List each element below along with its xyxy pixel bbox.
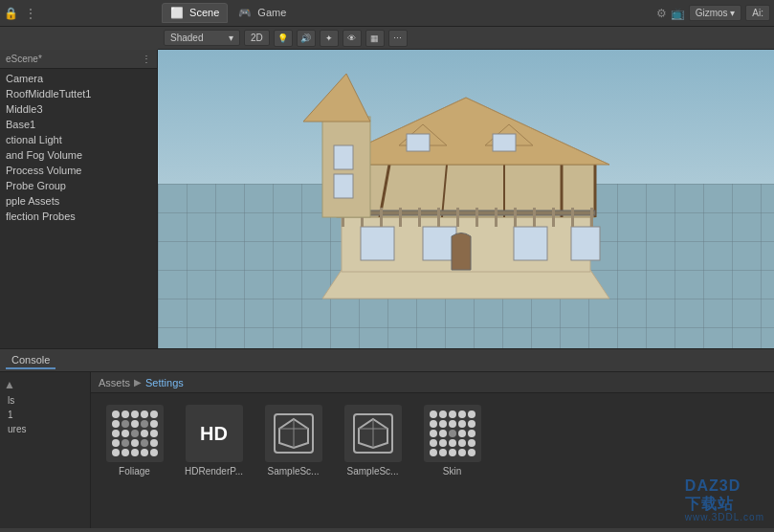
hierarchy-item-probe-group[interactable]: Probe Group bbox=[0, 178, 157, 193]
svg-rect-6 bbox=[337, 165, 595, 217]
svg-rect-32 bbox=[407, 134, 430, 151]
lock-icon[interactable]: 🔒 bbox=[4, 7, 18, 20]
sidebar-item-ls[interactable]: ls bbox=[0, 393, 90, 408]
svg-rect-16 bbox=[380, 208, 383, 227]
svg-rect-25 bbox=[552, 208, 555, 227]
hierarchy-more-icon[interactable]: ⋮ bbox=[142, 54, 151, 64]
3d-building bbox=[284, 69, 648, 348]
svg-rect-13 bbox=[337, 211, 595, 215]
asset-item-skin[interactable]: Skin bbox=[416, 401, 488, 481]
ai-button[interactable]: Ai: bbox=[745, 5, 770, 21]
sidebar-item-ures[interactable]: ures bbox=[0, 422, 90, 436]
svg-rect-23 bbox=[514, 208, 517, 227]
svg-rect-17 bbox=[399, 208, 402, 227]
settings-icon[interactable]: ⚙ bbox=[656, 7, 667, 20]
scene-tab[interactable]: ⬜ Scene bbox=[162, 3, 228, 23]
assets-sidebar: ▲ ls 1 ures bbox=[0, 372, 91, 528]
up-arrow-icon[interactable]: ▲ bbox=[4, 378, 15, 391]
game-tab[interactable]: 🎮 Game bbox=[230, 3, 295, 23]
assets-grid: Foliage HD HDRenderP... bbox=[91, 393, 774, 528]
svg-rect-19 bbox=[437, 208, 440, 227]
assets-breadcrumb: Assets ▶ Settings bbox=[91, 372, 774, 393]
hdrender-label: HDRenderP... bbox=[185, 466, 243, 477]
scene-tab-icon: ⬜ bbox=[170, 7, 184, 18]
sample2-icon bbox=[344, 405, 402, 462]
shaded-chevron-icon: ▾ bbox=[229, 33, 233, 43]
hd-icon: HD bbox=[186, 405, 243, 462]
svg-rect-27 bbox=[590, 208, 593, 227]
asset-item-sample2[interactable]: SampleSc... bbox=[337, 401, 409, 481]
breadcrumb-root[interactable]: Assets bbox=[99, 377, 130, 388]
svg-marker-0 bbox=[322, 270, 609, 299]
asset-item-sample1[interactable]: SampleSc... bbox=[257, 401, 329, 481]
shaded-dropdown[interactable]: Shaded ▾ bbox=[164, 30, 240, 46]
sidebar-item-1[interactable]: 1 bbox=[0, 408, 90, 422]
hierarchy-title: eScene* bbox=[6, 54, 42, 64]
foliage-label: Foliage bbox=[119, 466, 150, 477]
svg-rect-21 bbox=[475, 208, 478, 227]
svg-rect-26 bbox=[571, 208, 574, 227]
hierarchy-item-middle3[interactable]: Middle3 bbox=[0, 101, 157, 117]
lighting-icon-btn[interactable]: 💡 bbox=[274, 30, 293, 47]
console-toolbar: Console bbox=[0, 349, 774, 372]
effects-icon-btn[interactable]: ✦ bbox=[320, 30, 339, 47]
svg-rect-2 bbox=[361, 227, 394, 260]
hierarchy-item-camera[interactable]: Camera bbox=[0, 71, 157, 86]
scene-viewport[interactable] bbox=[158, 50, 774, 348]
sample1-icon bbox=[265, 405, 322, 462]
hierarchy-item-apple-assets[interactable]: pple Assets bbox=[0, 193, 157, 209]
hierarchy-list: Camera RoofMiddleTuttet1 Middle3 Base1 c… bbox=[0, 69, 157, 348]
chevron-down-icon: ▾ bbox=[730, 8, 735, 18]
svg-rect-4 bbox=[514, 227, 547, 260]
hierarchy-item-reflection-probes[interactable]: flection Probes bbox=[0, 209, 157, 224]
extra-icon-btn[interactable]: ⋯ bbox=[388, 30, 408, 47]
watermark-line1: DAZ3D下载站 bbox=[685, 477, 757, 515]
svg-rect-22 bbox=[495, 208, 498, 227]
svg-rect-38 bbox=[334, 174, 353, 198]
hierarchy-item-fog-volume[interactable]: and Fog Volume bbox=[0, 147, 157, 163]
svg-rect-37 bbox=[334, 145, 353, 169]
display-icon[interactable]: 📺 bbox=[671, 7, 685, 20]
hierarchy-item-process-volume[interactable]: Process Volume bbox=[0, 163, 157, 178]
2d-button[interactable]: 2D bbox=[244, 30, 270, 46]
hierarchy-panel: eScene* ⋮ Camera RoofMiddleTuttet1 Middl… bbox=[0, 50, 158, 348]
svg-rect-5 bbox=[571, 227, 600, 260]
asset-item-hdrender[interactable]: HD HDRenderP... bbox=[178, 401, 250, 481]
hierarchy-item-directional-light[interactable]: ctional Light bbox=[0, 132, 157, 147]
asset-item-foliage[interactable]: Foliage bbox=[99, 401, 170, 481]
more-options-icon[interactable]: ⋮ bbox=[24, 6, 37, 21]
game-tab-icon: 🎮 bbox=[238, 7, 252, 18]
hidden-icon-btn[interactable]: 👁 bbox=[343, 30, 362, 47]
sample1-label: SampleSc... bbox=[268, 466, 320, 477]
hierarchy-item-base1[interactable]: Base1 bbox=[0, 117, 157, 132]
gizmos-button[interactable]: Gizmos ▾ bbox=[689, 5, 742, 21]
svg-rect-34 bbox=[493, 134, 516, 151]
assets-area: ▲ ls 1 ures Assets ▶ Settings bbox=[0, 372, 774, 528]
console-tab[interactable]: Console bbox=[6, 352, 55, 369]
skin-label: Skin bbox=[443, 466, 461, 477]
hierarchy-item-roofmiddle[interactable]: RoofMiddleTuttet1 bbox=[0, 86, 157, 101]
svg-rect-24 bbox=[533, 208, 536, 227]
audio-icon-btn[interactable]: 🔊 bbox=[297, 30, 316, 47]
assets-main: Assets ▶ Settings bbox=[91, 372, 774, 528]
grid-icon-btn[interactable]: ▦ bbox=[365, 30, 385, 47]
svg-rect-20 bbox=[456, 208, 459, 227]
svg-marker-36 bbox=[303, 74, 370, 122]
svg-rect-18 bbox=[418, 208, 421, 227]
breadcrumb-separator-icon: ▶ bbox=[134, 377, 142, 388]
foliage-icon bbox=[106, 405, 164, 462]
skin-icon bbox=[424, 405, 481, 462]
sample2-label: SampleSc... bbox=[347, 466, 399, 477]
breadcrumb-current[interactable]: Settings bbox=[145, 377, 184, 388]
